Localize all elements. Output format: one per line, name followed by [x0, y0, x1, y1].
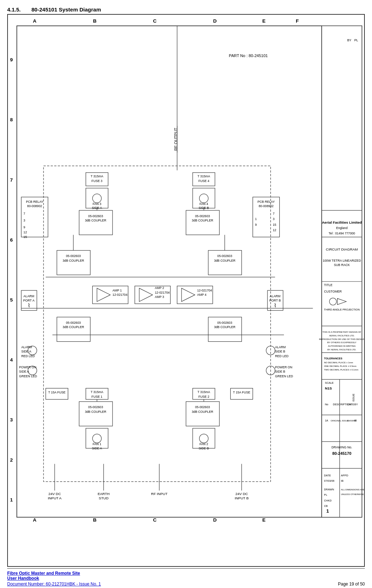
svg-text:SUB RACK: SUB RACK	[334, 263, 350, 267]
svg-text:FUSE 2: FUSE 2	[198, 395, 209, 398]
svg-text:FAN  1: FAN 1	[93, 442, 101, 446]
svg-text:3: 3	[10, 417, 13, 423]
svg-text:⌇: ⌇	[28, 303, 30, 308]
svg-text:BY: BY	[354, 403, 358, 406]
svg-text:FUSE  3: FUSE 3	[92, 179, 102, 183]
svg-text:FUSE 1: FUSE 1	[92, 395, 102, 398]
page-wrapper: 4.1.5. 80-245101 System Diagram A B C D …	[0, 0, 372, 588]
svg-text:England: England	[336, 226, 348, 230]
svg-text:ALARM: ALARM	[23, 294, 34, 298]
svg-text:FAN  2: FAN 2	[199, 442, 208, 446]
svg-text:AMP 4: AMP 4	[197, 293, 206, 297]
svg-text:15: 15	[273, 223, 276, 227]
svg-text:C: C	[153, 18, 157, 24]
svg-text:DRAWN: DRAWN	[324, 488, 334, 491]
svg-text:POWER ON: POWER ON	[19, 365, 36, 369]
svg-text:3dB COUPLER: 3dB COUPLER	[85, 219, 106, 222]
svg-text:DRAWING No.: DRAWING No.	[331, 445, 352, 449]
svg-text:T 15A FUSE: T 15A FUSE	[233, 391, 250, 394]
svg-text:24V DC: 24V DC	[235, 492, 248, 496]
svg-text:05-002603: 05-002603	[66, 321, 81, 325]
svg-text:PL: PL	[324, 493, 327, 496]
svg-text:ALARM: ALARM	[21, 345, 32, 349]
svg-text:9: 9	[23, 225, 25, 229]
svg-text:BY OTHERS IS EXPRESSLY: BY OTHERS IS EXPRESSLY	[327, 341, 356, 344]
svg-text:05-002603: 05-002603	[88, 214, 103, 218]
svg-point-135	[199, 434, 208, 443]
svg-text:SIDE A: SIDE A	[19, 370, 29, 373]
svg-text:D: D	[213, 517, 217, 523]
svg-text:T 315mA: T 315mA	[91, 390, 103, 394]
footer-line3: Document Number: 60-212701HBK - Issue No…	[7, 582, 365, 587]
svg-text:1: 1	[255, 217, 257, 221]
svg-text:7: 7	[273, 212, 275, 215]
svg-text:12-021704: 12-021704	[112, 293, 128, 297]
svg-text:05-002603: 05-002603	[217, 321, 233, 325]
svg-text:⌇: ⌇	[274, 303, 276, 308]
svg-text:A: A	[33, 18, 36, 24]
svg-rect-167	[322, 26, 362, 517]
svg-text:RF INPUT: RF INPUT	[151, 492, 167, 496]
svg-text:PORT A: PORT A	[23, 299, 35, 302]
svg-text:E: E	[262, 18, 266, 24]
svg-text:TWO DECIMAL PLACES ± 0.1mm: TWO DECIMAL PLACES ± 0.1mm	[324, 368, 358, 371]
svg-text:CUSTOMER: CUSTOMER	[324, 290, 342, 293]
svg-text:INPUT A: INPUT A	[48, 496, 62, 500]
svg-text:12: 12	[23, 230, 27, 234]
svg-text:POWER ON: POWER ON	[275, 365, 292, 369]
svg-text:NO DECIMAL PLACE ± 1mm: NO DECIMAL PLACE ± 1mm	[324, 361, 353, 364]
svg-text:80-008902: 80-008902	[259, 204, 274, 208]
svg-text:7: 7	[10, 177, 13, 183]
svg-text:D: D	[213, 18, 217, 24]
svg-text:TOLERANCES: TOLERANCES	[324, 357, 343, 360]
footer-line1: Fibre Optic Master and Remote Site	[7, 571, 365, 576]
svg-text:GREEN LED: GREEN LED	[19, 374, 37, 378]
svg-text:3: 3	[23, 219, 25, 222]
svg-text:FAN  4: FAN 4	[199, 202, 208, 206]
svg-text:THIS IS A PROPRIETARY DESIGN O: THIS IS A PROPRIETARY DESIGN OF	[322, 331, 361, 333]
footer-page-info: Page 19 of 50	[338, 582, 365, 587]
svg-text:05-002603: 05-002603	[195, 214, 210, 218]
svg-text:12: 12	[273, 228, 276, 232]
page-footer: Fibre Optic Master and Remote Site User …	[7, 568, 365, 588]
svg-point-64	[199, 194, 208, 203]
svg-text:PL: PL	[354, 38, 358, 42]
svg-text:SIDE B: SIDE B	[275, 350, 285, 353]
svg-text:05-002603: 05-002603	[217, 254, 233, 258]
svg-text:07/03/06: 07/03/06	[324, 479, 335, 482]
svg-text:3: 3	[273, 217, 275, 221]
svg-text:Tel : 01494 777000: Tel : 01494 777000	[329, 232, 355, 235]
svg-text:SCALE: SCALE	[325, 381, 334, 384]
svg-text:BY: BY	[347, 38, 352, 42]
section-number: 4.1.5.	[7, 6, 21, 13]
svg-text:80-008902: 80-008902	[27, 204, 42, 208]
svg-text:AMP 2: AMP 2	[155, 286, 164, 290]
footer-doc-number: Document Number: 60-212701HBK - Issue No…	[7, 582, 101, 587]
svg-text:EARTH: EARTH	[98, 492, 110, 496]
footer-line2: User Handbook	[7, 576, 365, 581]
svg-marker-80	[97, 288, 110, 302]
svg-text:STUD: STUD	[99, 496, 109, 500]
svg-text:3dB COUPLER: 3dB COUPLER	[214, 325, 235, 329]
svg-text:PORT B: PORT B	[269, 299, 281, 302]
svg-text:C: C	[153, 517, 157, 523]
svg-text:SIDE  B: SIDE B	[199, 447, 209, 450]
svg-text:GREEN LED: GREEN LED	[275, 374, 293, 378]
svg-text:T 315mA: T 315mA	[198, 390, 210, 394]
svg-text:24V DC: 24V DC	[49, 492, 61, 496]
section-title: 80-245101 System Diagram	[32, 6, 101, 13]
svg-text:ONE DECIMAL PLACE ± 0.5mm: ONE DECIMAL PLACE ± 0.5mm	[324, 365, 357, 367]
svg-text:80-245170: 80-245170	[332, 451, 351, 456]
svg-text:100W TETRA LINEARIZED: 100W TETRA LINEARIZED	[323, 259, 361, 262]
svg-text:DATE: DATE	[347, 403, 354, 406]
svg-text:N1S: N1S	[325, 386, 332, 390]
svg-text:ALL DIMENSIONS ARE IN mm: ALL DIMENSIONS ARE IN mm	[341, 488, 364, 491]
svg-text:RED LED: RED LED	[21, 354, 35, 358]
svg-text:F: F	[296, 18, 299, 24]
svg-point-131	[92, 434, 101, 443]
svg-text:T 315mA: T 315mA	[91, 174, 103, 178]
svg-text:SIDE B: SIDE B	[275, 370, 285, 373]
svg-text:BY AERIAL FACILITIES LTD.: BY AERIAL FACILITIES LTD.	[327, 348, 357, 351]
svg-text:RED LED: RED LED	[275, 354, 289, 358]
svg-text:FUSE  4: FUSE 4	[198, 179, 209, 183]
